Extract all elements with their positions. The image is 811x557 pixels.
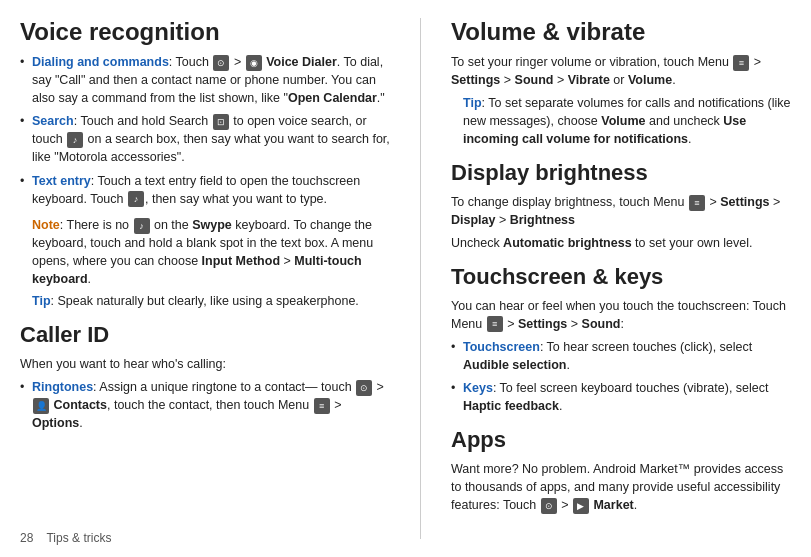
bullet-dialing-label: Dialing and commands <box>32 55 169 69</box>
haptic-feedback-text: Haptic feedback <box>463 399 559 413</box>
settings-text3: Settings <box>518 317 567 331</box>
note-label: Note <box>32 218 60 232</box>
bullet-ringtones: Ringtones: Assign a unique ringtone to a… <box>20 378 390 432</box>
note-block: Note: There is no ♪ on the Swype keyboar… <box>32 216 390 289</box>
menu3-icon: ≡ <box>689 195 705 211</box>
left-column: Voice recognition Dialing and commands: … <box>20 18 390 539</box>
apps-body: Want more? No problem. Android Market™ p… <box>451 460 791 514</box>
swype-text: Swype <box>192 218 232 232</box>
footer-label: Tips & tricks <box>46 531 111 545</box>
market-text: Market <box>593 498 633 512</box>
display-brightness-title: Display brightness <box>451 160 791 186</box>
page-number: 28 <box>20 531 33 545</box>
search-icon: ⊡ <box>213 114 229 130</box>
voice-recognition-bullets: Dialing and commands: Touch ⊙ > ◉ Voice … <box>20 53 390 208</box>
sound-text: Sound <box>515 73 554 87</box>
apps-title: Apps <box>451 427 791 453</box>
touchscreen-keys-body: You can hear or feel when you touch the … <box>451 297 791 333</box>
menu-icon: ≡ <box>314 398 330 414</box>
options-text: Options <box>32 416 79 430</box>
voice-recognition-title: Voice recognition <box>20 18 390 47</box>
touchscreen-bullets: Touchscreen: To hear screen touches (cli… <box>451 338 791 416</box>
settings-text2: Settings <box>720 195 769 209</box>
settings-text1: Settings <box>451 73 500 87</box>
voice-recognition-section: Voice recognition Dialing and commands: … <box>20 18 390 310</box>
sound-text2: Sound <box>582 317 621 331</box>
audible-selection-text: Audible selection <box>463 358 567 372</box>
open-calendar-text: Open Calendar <box>288 91 377 105</box>
multi-touch-text: Multi-touch keyboard <box>32 254 362 286</box>
contacts-text: Contacts <box>53 398 106 412</box>
bullet-keys: Keys: To feel screen keyboard touches (v… <box>451 379 791 415</box>
caller-id-title: Caller ID <box>20 322 390 348</box>
input-method-text: Input Method <box>202 254 280 268</box>
brightness-text: Brightness <box>510 213 575 227</box>
ringtones-label: Ringtones <box>32 380 93 394</box>
touchscreen-label: Touchscreen <box>463 340 540 354</box>
bullet-search-label: Search <box>32 114 74 128</box>
vibrate-text: Vibrate <box>568 73 610 87</box>
page-container: Voice recognition Dialing and commands: … <box>0 0 811 557</box>
caller-id-section: Caller ID When you want to hear who's ca… <box>20 322 390 432</box>
voice-dialer-text: Voice Dialer <box>266 55 337 69</box>
bullet-search: Search: Touch and hold Search ⊡ to open … <box>20 112 390 166</box>
home-icon: ⊙ <box>213 55 229 71</box>
volume-text: Volume <box>628 73 672 87</box>
display-brightness-body1: To change display brightness, touch Menu… <box>451 193 791 229</box>
volume-bold: Volume <box>601 114 645 128</box>
bullet-touchscreen: Touchscreen: To hear screen touches (cli… <box>451 338 791 374</box>
tip-label-volume: Tip <box>463 96 482 110</box>
mic-icon: ♪ <box>67 132 83 148</box>
display-brightness-section: Display brightness To change display bri… <box>451 160 791 252</box>
tip-block-voice: Tip: Speak naturally but clearly, like u… <box>32 292 390 310</box>
keys-label: Keys <box>463 381 493 395</box>
column-divider <box>420 18 421 539</box>
tip-label-voice: Tip <box>32 294 51 308</box>
menu2-icon: ≡ <box>733 55 749 71</box>
bullet-text-entry-label: Text entry <box>32 174 91 188</box>
menu4-icon: ≡ <box>487 316 503 332</box>
market-icon: ▶ <box>573 498 589 514</box>
mic2-icon: ♪ <box>128 191 144 207</box>
caller-id-intro: When you want to hear who's calling: <box>20 355 390 373</box>
caller-id-bullets: Ringtones: Assign a unique ringtone to a… <box>20 378 390 432</box>
bullet-text-entry: Text entry: Touch a text entry field to … <box>20 172 390 208</box>
touchscreen-keys-section: Touchscreen & keys You can hear or feel … <box>451 264 791 415</box>
volume-vibrate-title: Volume & vibrate <box>451 18 791 47</box>
bullet-dialing: Dialing and commands: Touch ⊙ > ◉ Voice … <box>20 53 390 107</box>
volume-vibrate-section: Volume & vibrate To set your ringer volu… <box>451 18 791 148</box>
display-text: Display <box>451 213 495 227</box>
contacts-icon: 👤 <box>33 398 49 414</box>
display-brightness-body2: Uncheck Automatic brightness to set your… <box>451 234 791 252</box>
apps-section: Apps Want more? No problem. Android Mark… <box>451 427 791 514</box>
home2-icon: ⊙ <box>356 380 372 396</box>
mic3-icon: ♪ <box>134 218 150 234</box>
page-footer: 28 Tips & tricks <box>20 531 111 545</box>
touchscreen-keys-title: Touchscreen & keys <box>451 264 791 290</box>
right-column: Volume & vibrate To set your ringer volu… <box>451 18 791 539</box>
voice-dialer-icon: ◉ <box>246 55 262 71</box>
volume-vibrate-body: To set your ringer volume or vibration, … <box>451 53 791 89</box>
tip-block-volume: Tip: To set separate volumes for calls a… <box>463 94 791 148</box>
auto-brightness-text: Automatic brightness <box>503 236 632 250</box>
home3-icon: ⊙ <box>541 498 557 514</box>
